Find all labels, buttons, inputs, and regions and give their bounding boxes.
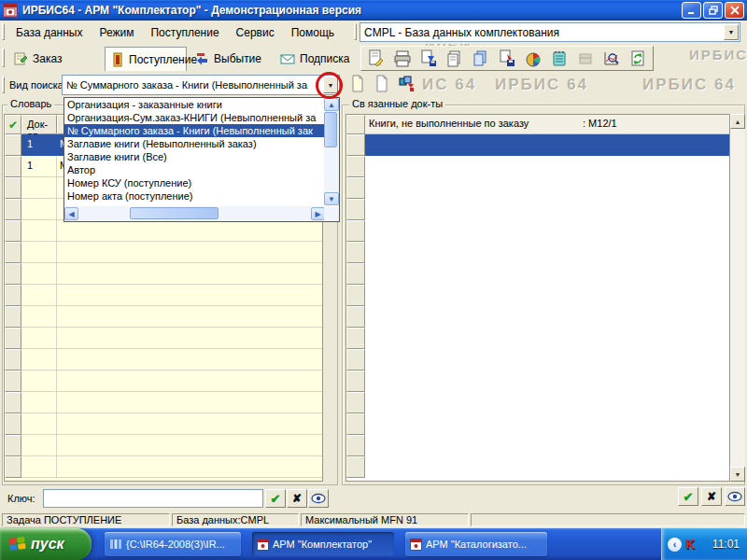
dictionary-row-empty[interactable] [5,349,322,371]
menu-receipt[interactable]: Поступление [142,24,227,41]
tab-band-grip[interactable] [2,49,5,67]
linked-row-empty[interactable] [346,263,729,285]
scroll-down-icon[interactable]: ▼ [324,192,339,205]
row-selector-button[interactable] [346,349,365,371]
collapse-chevron-icon[interactable]: ‹ [668,538,682,552]
linked-row-empty[interactable] [346,199,729,220]
menu-help[interactable]: Помощь [283,24,343,41]
row-selector-button[interactable] [346,242,365,263]
linked-row-empty[interactable] [346,456,729,478]
search-type-option[interactable]: Заглавие книги (Невыполненный заказ) [64,137,324,150]
titlebar[interactable]: ИРБИС64 - АРМ "Комплектатор" - Демонстра… [0,0,747,21]
dictionary-row-empty[interactable] [5,456,322,478]
row-selector-button[interactable] [5,328,21,349]
restore-button[interactable] [703,2,723,19]
row-selector-button[interactable] [5,456,21,478]
linked-row-empty[interactable] [346,242,729,263]
linked-row-empty[interactable] [346,220,729,242]
save-record-icon[interactable] [416,49,440,69]
select-all-header-cell[interactable]: ✔ [5,115,21,134]
row-selector-button[interactable] [5,413,21,435]
row-selector-button[interactable] [5,242,21,263]
linked-row-empty[interactable] [346,328,729,349]
search-band-grip[interactable] [2,77,5,93]
row-selector-button[interactable] [5,220,21,242]
key-input[interactable] [43,489,263,508]
row-selector-button[interactable] [346,220,365,242]
linked-row-empty[interactable] [346,371,729,392]
clear-key-button[interactable]: ✘ [287,489,307,508]
row-selector-button[interactable] [5,349,21,371]
confirm-key-button[interactable]: ✔ [265,489,286,508]
row-selector-button[interactable] [5,435,21,456]
notepad-icon[interactable] [547,49,571,69]
row-selector-button[interactable] [5,371,21,392]
menu-band-grip[interactable] [2,23,5,40]
search-type-option[interactable]: Организация - заказанные книги [64,98,324,111]
linked-row-empty[interactable] [346,156,729,177]
menu-service[interactable]: Сервис [228,24,283,41]
row-selector-button[interactable] [346,328,365,349]
scrollbar-thumb[interactable] [324,112,337,147]
scrollbar-thumb[interactable] [130,207,218,219]
row-selector-button[interactable] [346,306,365,328]
dictionary-row-empty[interactable] [5,263,322,285]
taskbar-task-explorer[interactable]: {C:\IR64-2008(3)\IR... [105,532,241,556]
row-selector-button[interactable] [346,115,365,134]
row-selector-button[interactable] [346,199,365,220]
scroll-up-icon[interactable]: ▲ [730,114,745,129]
row-selector-button[interactable] [346,156,365,177]
dictionary-row-empty[interactable] [5,371,322,392]
row-selector-button[interactable] [5,134,21,156]
statistics-icon[interactable] [521,49,544,69]
export-floppy-icon[interactable] [495,49,518,69]
tab-receipt[interactable]: Поступление [105,47,187,71]
dictionary-row-empty[interactable] [5,413,322,435]
row-selector-button[interactable] [346,392,365,413]
linked-row-empty[interactable] [346,285,729,306]
column-header-count[interactable]: Док-ов [21,115,57,134]
taskbar-task-katalogizator[interactable]: АРМ "Каталогизато... [405,532,547,556]
linked-row-empty[interactable] [346,435,729,456]
search-type-option[interactable]: Организация-Сум.заказ-КНИГИ (Невыполненн… [64,111,324,124]
row-selector-button[interactable] [346,413,365,435]
row-selector-button[interactable] [5,199,21,220]
dictionary-row-empty[interactable] [5,306,322,328]
linked-row-selected[interactable] [346,134,729,156]
search-type-combo[interactable]: № Суммарного заказа - Книги (Невыполненн… [62,75,340,95]
taskbar-task-komplektator[interactable]: АРМ "Комплектатор" [252,532,394,556]
dropdown-vertical-scrollbar[interactable]: ▲ ▼ [324,98,339,205]
scroll-right-icon[interactable]: ▶ [311,207,325,220]
taskbar-clock[interactable]: 11:01 [712,538,747,551]
search-type-option[interactable]: Заглавие книги (Все) [64,150,324,163]
row-selector-button[interactable] [5,177,21,199]
menu-database[interactable]: База данных [7,24,91,41]
linked-row-empty[interactable] [346,306,729,328]
linked-row-empty[interactable] [346,349,729,371]
close-button[interactable] [725,2,744,19]
row-selector-button[interactable] [346,177,365,199]
row-selector-button[interactable] [5,156,21,177]
search-type-option-selected[interactable]: № Суммарного заказа - Книги (Невыполненн… [64,124,324,137]
print-icon[interactable] [390,49,414,69]
dictionary-row-empty[interactable] [5,435,322,456]
scroll-down-icon[interactable]: ▼ [730,467,745,482]
dropdown-horizontal-scrollbar[interactable]: ◀ ▶ [64,206,325,221]
confirm-button[interactable]: ✔ [678,487,698,506]
row-selector-button[interactable] [346,263,365,285]
row-selector-button[interactable] [5,263,21,285]
row-selector-button[interactable] [346,285,365,306]
tab-withdrawal[interactable]: Выбытие [189,49,273,69]
view-button[interactable] [308,489,329,508]
tab-order[interactable]: Заказ [7,49,101,69]
kaspersky-icon[interactable]: K [685,537,695,552]
row-selector-button[interactable] [5,285,21,306]
linked-row-empty[interactable] [346,177,729,199]
scroll-left-icon[interactable]: ◀ [64,207,78,220]
database-band-grip[interactable] [354,23,357,40]
linked-row-empty[interactable] [346,413,729,435]
database-combo[interactable]: CMPL - База данных комплектования ▼ [359,22,740,42]
row-selector-button[interactable] [346,456,365,478]
dictionary-row-empty[interactable] [5,392,322,413]
search-type-option[interactable]: Автор [64,163,324,176]
